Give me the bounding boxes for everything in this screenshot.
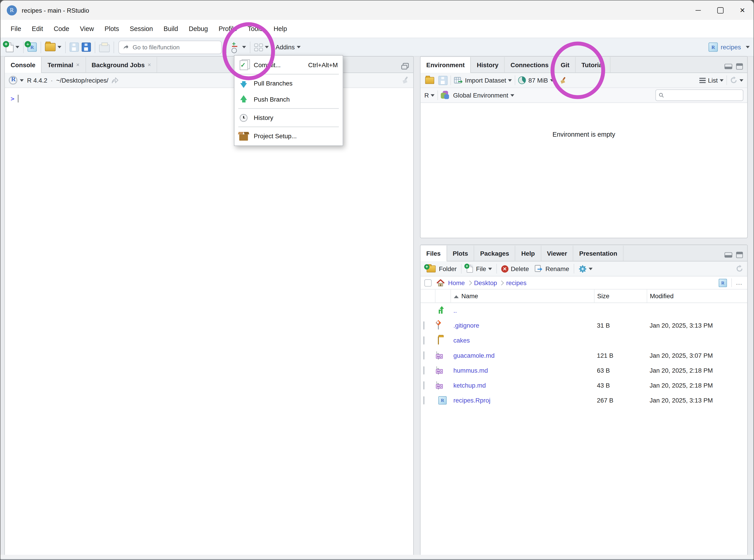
menu-item-project-setup[interactable]: Project Setup...: [234, 128, 343, 144]
new-folder-button[interactable]: + Folder: [424, 262, 458, 276]
file-row-rproj[interactable]: R recipes.Rproj 267 B Jan 20, 2025, 3:13…: [420, 393, 747, 408]
tab-background-jobs[interactable]: Background Jobs×: [86, 57, 157, 73]
tab-plots[interactable]: Plots: [447, 245, 474, 261]
menu-help[interactable]: Help: [268, 25, 292, 32]
breadcrumb-desktop[interactable]: Desktop: [474, 279, 497, 286]
file-row-guacamole[interactable]: MD guacamole.md 121 B Jan 20, 2025, 3:07…: [420, 348, 747, 363]
new-blank-file-button[interactable]: + File: [464, 262, 493, 276]
global-environment-label[interactable]: Global Environment: [453, 92, 508, 99]
menu-bar: File Edit Code View Plots Session Build …: [0, 20, 754, 38]
menu-build[interactable]: Build: [158, 25, 183, 32]
menu-code[interactable]: Code: [48, 25, 75, 32]
tab-presentation[interactable]: Presentation: [573, 245, 624, 261]
new-project-button[interactable]: R+: [26, 40, 38, 54]
file-size: 43 B: [594, 378, 647, 393]
console-prompt: >: [11, 95, 15, 102]
file-row-cakes[interactable]: cakes: [420, 333, 747, 348]
tab-connections[interactable]: Connections: [504, 57, 555, 73]
file-row-ketchup[interactable]: MD ketchup.md 43 B Jan 20, 2025, 2:18 PM: [420, 378, 747, 393]
file-checkbox[interactable]: [423, 366, 424, 375]
tab-close-icon[interactable]: ×: [76, 61, 79, 68]
minimize-button[interactable]: [687, 0, 709, 20]
select-all-checkbox[interactable]: [424, 279, 432, 286]
annotation-circle-git-toolbar: [222, 22, 275, 80]
print-button[interactable]: [98, 40, 111, 54]
minimize-pane-icon[interactable]: [725, 64, 732, 69]
project-selector[interactable]: R recipes: [709, 42, 750, 52]
maximize-pane-icon[interactable]: [736, 252, 743, 258]
menu-debug[interactable]: Debug: [183, 25, 213, 32]
menu-item-history[interactable]: History: [234, 110, 343, 125]
tab-help[interactable]: Help: [515, 245, 541, 261]
tab-environment[interactable]: Environment: [420, 57, 471, 73]
open-file-button[interactable]: [43, 40, 63, 54]
load-workspace-icon[interactable]: [425, 77, 434, 84]
share-arrow-icon[interactable]: [111, 77, 119, 83]
breadcrumb-chevron-icon: [499, 280, 504, 285]
r-version-icon: R: [8, 76, 17, 84]
save-button[interactable]: [68, 40, 80, 54]
column-header-name[interactable]: Name: [451, 289, 594, 303]
goto-file-input[interactable]: [132, 43, 217, 51]
file-row-gitignore[interactable]: .gitignore 31 B Jan 20, 2025, 3:13 PM: [420, 318, 747, 333]
language-selector[interactable]: R: [424, 92, 429, 99]
tab-packages[interactable]: Packages: [474, 245, 515, 261]
memory-usage-label[interactable]: 87 MiB: [529, 77, 548, 84]
breadcrumb-more-button[interactable]: ...: [731, 278, 743, 287]
rproject-indicator-icon[interactable]: R: [719, 279, 727, 287]
menu-file[interactable]: File: [5, 25, 26, 32]
file-row-parent[interactable]: ..: [420, 303, 747, 318]
tab-files[interactable]: Files: [420, 245, 447, 261]
file-checkbox[interactable]: [423, 352, 424, 360]
list-view-label[interactable]: List: [708, 77, 718, 84]
file-checkbox[interactable]: [423, 337, 424, 345]
file-checkbox[interactable]: [423, 381, 424, 389]
tab-terminal[interactable]: Terminal×: [42, 57, 86, 73]
file-checkbox[interactable]: [423, 321, 424, 329]
maximize-pane-icon[interactable]: [736, 63, 743, 70]
column-header-modified[interactable]: Modified: [647, 289, 747, 303]
file-row-hummus[interactable]: MD hummus.md 63 B Jan 20, 2025, 2:18 PM: [420, 363, 747, 378]
import-dataset-label[interactable]: Import Dataset: [465, 77, 506, 84]
chevron-down-icon: [510, 94, 514, 96]
chevron-down-icon[interactable]: [20, 79, 24, 81]
save-workspace-icon[interactable]: [438, 76, 448, 85]
menu-edit[interactable]: Edit: [26, 25, 48, 32]
tab-history[interactable]: History: [471, 57, 504, 73]
files-more-button[interactable]: [577, 262, 594, 276]
breadcrumb-home[interactable]: Home: [448, 279, 465, 286]
goto-file-search[interactable]: [118, 40, 222, 54]
tab-close-icon[interactable]: ×: [147, 61, 151, 68]
column-header-size[interactable]: Size: [594, 289, 647, 303]
tab-viewer[interactable]: Viewer: [541, 245, 573, 261]
addins-button[interactable]: Addins: [274, 40, 302, 54]
clear-console-icon[interactable]: [401, 76, 409, 84]
menu-plots[interactable]: Plots: [99, 25, 124, 32]
save-all-button[interactable]: [80, 40, 92, 54]
file-checkbox[interactable]: [423, 396, 424, 404]
environment-search-input[interactable]: [667, 92, 740, 99]
close-button[interactable]: ✕: [731, 0, 754, 20]
environment-search[interactable]: [655, 89, 743, 101]
menu-view[interactable]: View: [75, 25, 99, 32]
restore-pane-icon[interactable]: [401, 63, 409, 70]
rename-file-button[interactable]: Rename: [533, 262, 571, 276]
menu-item-push-branch[interactable]: Push Branch: [234, 92, 343, 107]
addins-label: Addins: [275, 43, 295, 51]
chevron-down-icon: [297, 46, 300, 48]
refresh-icon[interactable]: [730, 76, 737, 84]
file-modified: Jan 20, 2025, 3:07 PM: [647, 348, 747, 363]
project-setup-label: Project Setup...: [254, 132, 297, 140]
tab-console[interactable]: Console: [5, 57, 42, 73]
menu-session[interactable]: Session: [124, 25, 158, 32]
file-size: 121 B: [594, 348, 647, 363]
refresh-icon[interactable]: [736, 265, 743, 273]
file-modified: Jan 20, 2025, 2:18 PM: [647, 378, 747, 393]
new-file-button[interactable]: +: [4, 40, 21, 54]
maximize-button[interactable]: [709, 0, 731, 20]
console-input-line[interactable]: >: [5, 88, 413, 102]
file-modified: [647, 333, 747, 348]
r-version-label: R 4.4.2: [27, 77, 47, 84]
delete-file-button[interactable]: ✕ Delete: [500, 262, 531, 276]
minimize-pane-icon[interactable]: [725, 252, 732, 258]
